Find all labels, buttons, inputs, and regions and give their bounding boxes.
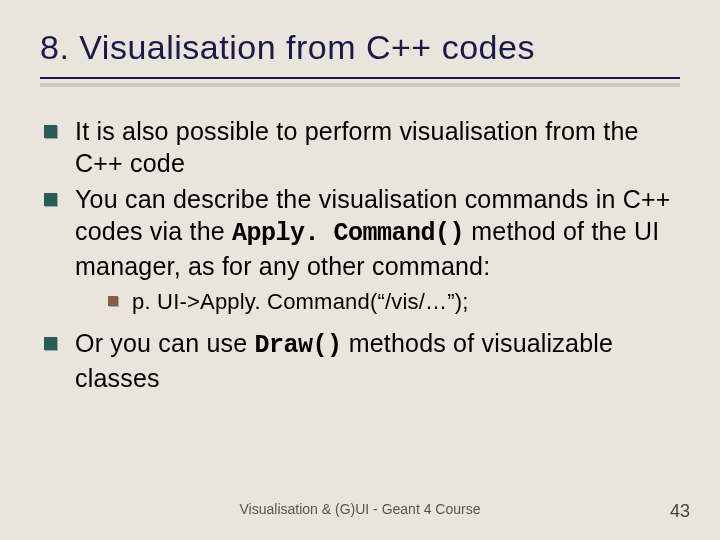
title-divider (40, 83, 680, 87)
code-line: p. UI->Apply. Command(“/vis/…”); (132, 289, 469, 314)
bullet-text: You can describe the visualisation comma… (75, 183, 680, 282)
content-area: It is also possible to perform visualisa… (40, 115, 680, 394)
code-fragment: Apply. Command() (232, 219, 464, 248)
footer-text: Visualisation & (G)UI - Geant 4 Course (240, 501, 481, 517)
sub-bullet-item: p. UI->Apply. Command(“/vis/…”); (108, 288, 680, 317)
slide: 8. Visualisation from C++ codes It is al… (0, 0, 720, 394)
sub-bullet-text: p. UI->Apply. Command(“/vis/…”); (132, 288, 469, 317)
bullet-item: It is also possible to perform visualisa… (44, 115, 680, 179)
square-bullet-icon (108, 296, 118, 306)
square-bullet-icon (44, 193, 57, 206)
square-bullet-icon (44, 125, 57, 138)
code-fragment: Draw() (254, 331, 341, 360)
square-bullet-icon (44, 337, 57, 350)
page-number: 43 (670, 501, 690, 522)
slide-title: 8. Visualisation from C++ codes (40, 28, 680, 79)
footer: Visualisation & (G)UI - Geant 4 Course 4… (0, 501, 720, 522)
bullet-item: You can describe the visualisation comma… (44, 183, 680, 282)
text-fragment: Or you can use (75, 329, 254, 357)
bullet-text: Or you can use Draw() methods of visuali… (75, 327, 680, 394)
bullet-text: It is also possible to perform visualisa… (75, 115, 680, 179)
bullet-item: Or you can use Draw() methods of visuali… (44, 327, 680, 394)
